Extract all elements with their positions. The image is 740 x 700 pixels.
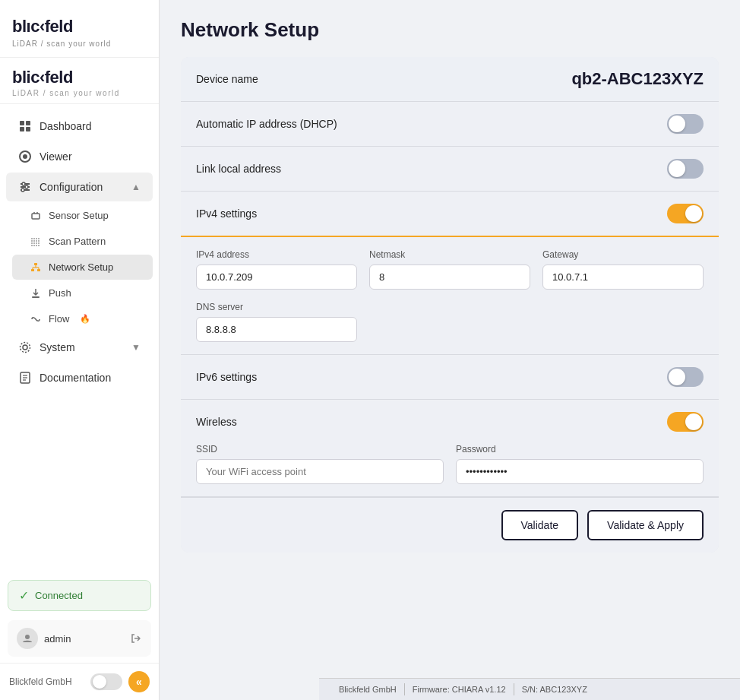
svg-point-28: [23, 345, 27, 350]
netmask-label: Netmask: [369, 249, 530, 260]
sidebar-item-dashboard[interactable]: Dashboard: [6, 112, 153, 141]
password-input[interactable]: [456, 459, 704, 484]
logo-area: blıc‹feld LiDAR / scan your world: [0, 0, 159, 58]
config-icon: [18, 180, 32, 194]
device-name-value: qb2-ABC123XYZ: [571, 69, 704, 89]
sidebar-navigation: Dashboard Viewer: [0, 104, 159, 574]
footer-company: Blickfeld GmbH: [9, 676, 84, 687]
svg-point-12: [21, 188, 24, 192]
ssid-label: SSID: [196, 444, 444, 455]
viewer-icon: [18, 150, 32, 163]
sidebar-item-flow[interactable]: Flow 🔥: [12, 306, 153, 331]
netmask-input[interactable]: [369, 264, 530, 290]
connected-label: Connected: [35, 590, 83, 601]
dashboard-icon: [18, 119, 32, 133]
user-avatar: [17, 628, 38, 649]
logo-tagline: LiDAR / scan your world: [12, 89, 147, 97]
svg-rect-1: [20, 121, 24, 125]
link-local-label: Link local address: [196, 163, 667, 175]
configuration-sub-items: Sensor Setup Scan Pattern: [0, 203, 159, 331]
chevron-down-icon: ▼: [131, 342, 141, 353]
svg-rect-4: [26, 127, 30, 131]
page-title: Network Setup: [181, 18, 719, 42]
main-content: Network Setup Device name qb2-ABC123XYZ …: [160, 0, 740, 700]
validate-apply-button[interactable]: Validate & Apply: [587, 510, 704, 540]
ssid-input[interactable]: [196, 459, 444, 484]
svg-rect-2: [26, 121, 30, 125]
brand-logo: blic‹feld: [12, 68, 147, 87]
ssid-group: SSID: [196, 444, 444, 484]
ipv4-row2-fields: DNS server: [181, 302, 719, 354]
sensor-setup-label: Sensor Setup: [49, 210, 109, 221]
sidebar-item-documentation[interactable]: Documentation: [6, 363, 153, 392]
ipv4-address-label: IPv4 address: [196, 249, 357, 260]
gateway-group: Gateway: [542, 249, 704, 290]
push-icon: [30, 288, 41, 299]
dhcp-row: Automatic IP address (DHCP): [181, 102, 719, 147]
logo-tagline: LiDAR / scan your world: [12, 40, 147, 48]
sidebar-item-push[interactable]: Push: [12, 280, 153, 306]
network-icon: [30, 262, 41, 273]
validate-button[interactable]: Validate: [501, 510, 579, 540]
wireless-toggle[interactable]: [667, 412, 704, 432]
ipv4-header: IPv4 settings: [181, 192, 719, 237]
password-label: Password: [456, 444, 704, 455]
link-local-row: Link local address: [181, 147, 719, 192]
wireless-toggle-knob: [685, 413, 702, 430]
theme-toggle[interactable]: [90, 673, 122, 690]
logout-icon[interactable]: [130, 632, 142, 645]
user-section: admin: [8, 620, 151, 657]
svg-rect-3: [20, 127, 24, 131]
ipv4-address-input[interactable]: [196, 264, 357, 290]
connected-badge: ✓ Connected: [8, 580, 151, 611]
ipv6-toggle[interactable]: [667, 367, 704, 387]
scan-pattern-label: Scan Pattern: [49, 236, 106, 247]
ipv4-toggle[interactable]: [667, 204, 704, 223]
sidebar-item-sensor-setup[interactable]: Sensor Setup: [12, 203, 153, 228]
chevron-up-icon: ▲: [131, 182, 141, 192]
status-serial: S/N: ABC123XYZ: [514, 683, 595, 695]
sidebar-config-label: Configuration: [40, 181, 124, 193]
wireless-header: Wireless: [181, 400, 719, 444]
collapse-sidebar-button[interactable]: «: [128, 671, 150, 692]
sensor-icon: [30, 211, 41, 221]
flow-icon: [30, 314, 41, 325]
check-icon: ✓: [19, 588, 29, 603]
push-label: Push: [49, 287, 71, 299]
sidebar-item-viewer[interactable]: Viewer: [6, 142, 153, 171]
dhcp-toggle[interactable]: [667, 114, 704, 134]
ipv4-fields: IPv4 address Netmask Gateway: [181, 237, 719, 302]
dns-input[interactable]: [196, 317, 357, 342]
sidebar-item-scan-pattern[interactable]: Scan Pattern: [12, 229, 153, 254]
ipv4-label: IPv4 settings: [196, 207, 667, 220]
sidebar-item-network-setup[interactable]: Network Setup: [12, 255, 153, 280]
dhcp-toggle-knob: [669, 116, 685, 132]
sidebar-footer: Blickfeld GmbH «: [0, 663, 159, 700]
link-local-toggle[interactable]: [667, 159, 704, 179]
netmask-group: Netmask: [369, 249, 530, 290]
wireless-section: Wireless SSID Password: [181, 400, 719, 497]
sidebar: blıc‹feld LiDAR / scan your world .logo-…: [0, 0, 160, 700]
gateway-input[interactable]: [542, 264, 704, 290]
device-name-label: Device name: [196, 73, 571, 85]
ipv6-toggle-knob: [669, 369, 685, 385]
network-setup-label: Network Setup: [49, 261, 113, 273]
svg-point-11: [25, 185, 28, 188]
sidebar-item-configuration[interactable]: Configuration ▲: [6, 173, 153, 201]
status-bar: Blickfeld GmbH Firmware: CHIARA v1.12 S/…: [319, 678, 740, 700]
svg-point-6: [23, 154, 27, 159]
svg-rect-21: [31, 269, 34, 271]
password-group: Password: [456, 444, 704, 484]
ipv4-address-group: IPv4 address: [196, 249, 357, 290]
gateway-label: Gateway: [542, 249, 704, 260]
svg-point-29: [21, 343, 30, 353]
svg-point-10: [22, 182, 25, 185]
scan-icon: [30, 236, 41, 247]
ipv4-section: IPv4 settings IPv4 address Netmask Gatew…: [181, 192, 719, 355]
system-icon: [18, 340, 32, 354]
svg-rect-27: [32, 296, 40, 298]
username: admin: [44, 633, 124, 645]
dhcp-label: Automatic IP address (DHCP): [196, 118, 667, 130]
sidebar-item-system[interactable]: System ▼: [6, 333, 153, 362]
documentation-label: Documentation: [40, 372, 141, 384]
